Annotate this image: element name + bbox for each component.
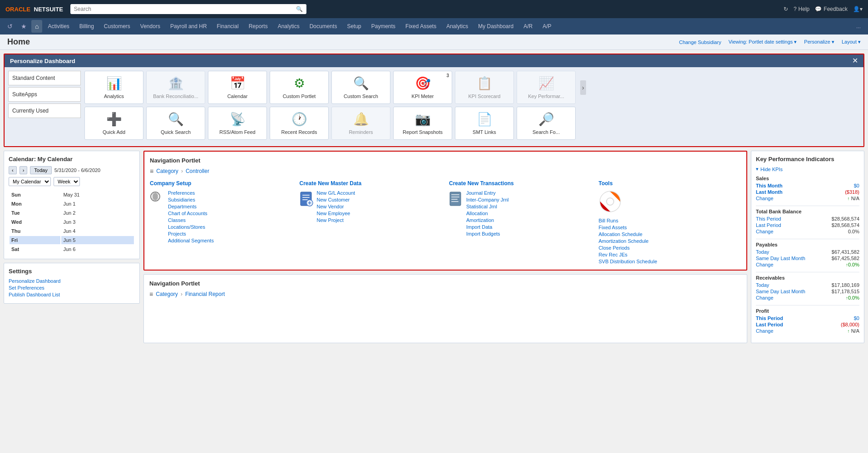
kpi-hide-btn[interactable]: ▾ Hide KPIs — [756, 166, 859, 172]
nav-more-icon[interactable]: ... — [853, 20, 864, 32]
portlet-custom-portlet[interactable]: ⚙ Custom Portlet — [270, 71, 329, 104]
kpi-receivables-today-label[interactable]: Today — [756, 282, 769, 288]
portlet-report-snapshots[interactable]: 📷 Report Snapshots — [393, 107, 452, 140]
link-new-project[interactable]: New Project — [317, 217, 355, 223]
portlet-search-fo[interactable]: 🔎 Search Fo... — [517, 107, 576, 140]
nav-reports[interactable]: Reports — [244, 20, 272, 32]
kpi-bank-change-label[interactable]: Change — [756, 229, 774, 234]
sidebar-standard-content[interactable]: Standard Content — [8, 71, 81, 85]
search-input[interactable] — [74, 6, 293, 12]
kpi-profit-this-period-label[interactable]: This Period — [756, 315, 783, 321]
kpi-sales-this-month-label[interactable]: This Month — [756, 183, 783, 188]
publish-dashboard-link[interactable]: Publish Dashboard List — [9, 292, 135, 297]
link-statistical-jrnl[interactable]: Statistical Jrnl — [466, 204, 509, 209]
kpi-sales-last-month-label[interactable]: Last Month — [756, 189, 783, 195]
personalize-btn[interactable]: Personalize ▾ — [804, 39, 834, 45]
sidebar-suiteapps[interactable]: SuiteApps — [8, 87, 81, 102]
portlet-smt-links[interactable]: 📄 SMT Links — [455, 107, 514, 140]
set-preferences-link[interactable]: Set Preferences — [9, 285, 135, 291]
portlet-date-settings-btn[interactable]: Viewing: Portlet date settings ▾ — [729, 39, 797, 45]
calendar-next-btn[interactable]: › — [20, 166, 28, 174]
nav-fixed-assets[interactable]: Fixed Assets — [401, 20, 441, 32]
link-journal-entry[interactable]: Journal Entry — [466, 190, 509, 196]
kpi-profit-change-label[interactable]: Change — [756, 328, 774, 334]
link-amortization[interactable]: Amortization — [466, 217, 509, 223]
nav-ap[interactable]: A/P — [538, 20, 556, 32]
calendar-period-select[interactable]: Week — [54, 177, 80, 186]
breadcrumb-controller-link[interactable]: Controller — [186, 168, 209, 174]
kpi-bank-this-period-label[interactable]: This Period — [756, 216, 781, 222]
search-icon[interactable]: 🔍 — [296, 6, 303, 12]
layout-btn[interactable]: Layout ▾ — [842, 39, 861, 45]
link-additional-segments[interactable]: Additional Segments — [168, 238, 214, 243]
breadcrumb-2-financial-report-link[interactable]: Financial Report — [185, 291, 225, 297]
link-new-employee[interactable]: New Employee — [317, 211, 355, 216]
kpi-receivables-change-label[interactable]: Change — [756, 295, 774, 300]
link-departments[interactable]: Departments — [168, 204, 214, 209]
breadcrumb-2-category-link[interactable]: Category — [156, 291, 178, 297]
calendar-today-btn[interactable]: Today — [30, 166, 51, 174]
sidebar-currently-used[interactable]: Currently Used — [8, 103, 81, 118]
nav-customers[interactable]: Customers — [99, 20, 135, 32]
nav-payroll[interactable]: Payroll and HR — [166, 20, 212, 32]
feedback-button[interactable]: 💬 Feedback — [815, 6, 848, 12]
kpi-payables-today-label[interactable]: Today — [756, 249, 769, 255]
link-chart-of-accounts[interactable]: Chart of Accounts — [168, 211, 214, 216]
refresh-button[interactable]: ↻ — [784, 6, 788, 12]
nav-ar[interactable]: A/R — [519, 20, 537, 32]
nav-setup[interactable]: Setup — [342, 20, 365, 32]
nav-activities[interactable]: Activities — [43, 20, 74, 32]
nav-payments[interactable]: Payments — [367, 20, 400, 32]
link-allocation[interactable]: Allocation — [466, 211, 509, 216]
link-new-gl-account[interactable]: New G/L Account — [317, 190, 355, 196]
link-fixed-assets[interactable]: Fixed Assets — [599, 225, 657, 230]
link-subsidiaries[interactable]: Subsidiaries — [168, 197, 214, 202]
nav-billing[interactable]: Billing — [75, 20, 99, 32]
nav-favorites-icon[interactable]: ★ — [17, 20, 30, 33]
personalize-dashboard-link[interactable]: Personalize Dashboard — [9, 278, 135, 284]
link-classes[interactable]: Classes — [168, 217, 214, 223]
link-allocation-schedule[interactable]: Allocation Schedule — [599, 231, 657, 237]
change-subsidiary-btn[interactable]: Change Subsidiary — [679, 39, 721, 45]
link-locations-stores[interactable]: Locations/Stores — [168, 224, 214, 230]
link-preferences[interactable]: Preferences — [168, 190, 214, 196]
link-import-budgets[interactable]: Import Budgets — [466, 231, 509, 236]
calendar-view-select[interactable]: My Calendar — [9, 177, 51, 186]
portlet-rss[interactable]: 📡 RSS/Atom Feed — [208, 107, 267, 140]
link-inter-company-jrnl[interactable]: Inter-Company Jrnl — [466, 197, 509, 202]
kpi-payables-same-day-label[interactable]: Same Day Last Month — [756, 256, 805, 261]
nav-analytics2[interactable]: Analytics — [442, 20, 473, 32]
kpi-profit-last-period-label[interactable]: Last Period — [756, 322, 783, 327]
portlet-custom-search[interactable]: 🔍 Custom Search — [331, 71, 390, 104]
portlet-analytics[interactable]: 📊 Analytics — [84, 71, 143, 104]
link-amortization-schedule[interactable]: Amortization Schedule — [599, 238, 657, 244]
link-new-customer[interactable]: New Customer — [317, 197, 355, 202]
portlet-quick-search[interactable]: 🔍 Quick Search — [146, 107, 205, 140]
link-import-data[interactable]: Import Data — [466, 224, 509, 230]
nav-financial[interactable]: Financial — [212, 20, 243, 32]
kpi-payables-change-label[interactable]: Change — [756, 262, 774, 267]
nav-my-dashboard[interactable]: My Dashboard — [473, 20, 518, 32]
personalize-close-button[interactable]: ✕ — [852, 57, 858, 64]
link-close-periods[interactable]: Close Periods — [599, 245, 657, 251]
link-svb-distribution[interactable]: SVB Distribution Schedule — [599, 259, 657, 264]
help-button[interactable]: ? Help — [794, 6, 809, 12]
publish-dashboard-list-link[interactable]: List — [52, 292, 60, 297]
nav-analytics[interactable]: Analytics — [273, 20, 304, 32]
link-bill-runs[interactable]: Bill Runs — [599, 218, 657, 223]
calendar-prev-btn[interactable]: ‹ — [9, 166, 17, 174]
link-rev-rec-jes[interactable]: Rev Rec JEs — [599, 252, 657, 257]
nav-vendors[interactable]: Vendors — [136, 20, 165, 32]
portlet-kpi-meter[interactable]: 3 🎯 KPI Meter — [393, 71, 452, 104]
nav-documents[interactable]: Documents — [305, 20, 342, 32]
kpi-sales-change-label[interactable]: Change — [756, 196, 774, 201]
link-projects[interactable]: Projects — [168, 231, 214, 236]
portlet-calendar[interactable]: 📅 Calendar — [208, 71, 267, 104]
nav-back-icon[interactable]: ↺ — [4, 20, 16, 33]
link-new-vendor[interactable]: New Vendor — [317, 204, 355, 209]
user-menu[interactable]: 👤▾ — [853, 6, 863, 12]
kpi-receivables-same-day-label[interactable]: Same Day Last Month — [756, 289, 805, 294]
breadcrumb-category-link[interactable]: Category — [156, 168, 178, 174]
kpi-bank-last-period-label[interactable]: Last Period — [756, 222, 781, 228]
nav-home-icon[interactable]: ⌂ — [31, 20, 42, 33]
